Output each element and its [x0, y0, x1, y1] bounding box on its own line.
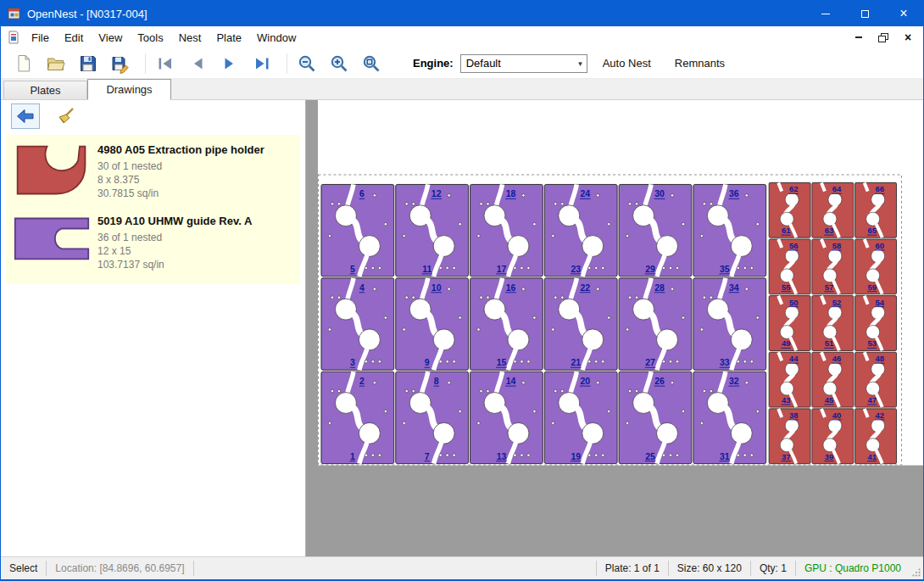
uhmw-guide-shape — [13, 214, 91, 262]
svg-text:33: 33 — [720, 358, 730, 367]
nest-cell-red-55-56[interactable]: 5655 — [769, 239, 810, 294]
close-button[interactable]: × — [884, 1, 923, 26]
app-icon — [8, 7, 21, 20]
engine-select[interactable]: Default ▾ — [460, 54, 587, 73]
last-plate-button[interactable] — [251, 53, 273, 75]
drawing-item-uhmw-guide[interactable]: 5019 A10 UHMW guide Rev. A 36 of 1 neste… — [6, 206, 300, 284]
first-plate-button[interactable] — [154, 53, 176, 75]
nest-cell-purple-5-6[interactable]: 65 — [321, 184, 394, 276]
drawing-item-extraction-pipe-holder[interactable]: 4980 A05 Extraction pipe holder 30 of 1 … — [6, 135, 300, 206]
svg-text:32: 32 — [729, 377, 739, 386]
menu-file[interactable]: File — [24, 28, 57, 47]
nest-view[interactable]: 6512111817242330293635431091615222128273… — [306, 100, 923, 556]
menu-nest[interactable]: Nest — [171, 28, 209, 47]
nest-cell-purple-3-4[interactable]: 43 — [321, 278, 394, 370]
nest-cell-red-53-54[interactable]: 5453 — [855, 296, 897, 351]
save-as-button[interactable] — [109, 53, 131, 75]
nest-cell-red-61-62[interactable]: 6261 — [769, 182, 810, 237]
nest-cell-red-47-48[interactable]: 4847 — [855, 352, 897, 407]
nest-cell-purple-19-20[interactable]: 2019 — [544, 372, 617, 463]
svg-text:17: 17 — [497, 265, 507, 274]
svg-text:13: 13 — [497, 452, 507, 461]
svg-text:21: 21 — [571, 358, 581, 367]
nest-cell-red-49-50[interactable]: 5049 — [769, 296, 810, 351]
status-separator — [193, 561, 194, 576]
mdi-minimize-icon — [855, 36, 862, 38]
status-bar: Select Location: [84.8696, 60.6957] Plat… — [1, 556, 923, 579]
engine-label: Engine: — [413, 57, 454, 70]
drawing-area: 103.7137 sq/in — [97, 258, 252, 271]
mdi-window-controls: × — [850, 30, 923, 45]
nest-canvas[interactable]: 6512111817242330293635431091615222128273… — [306, 100, 923, 556]
nest-cell-red-41-42[interactable]: 4241 — [855, 409, 897, 464]
svg-text:2: 2 — [359, 377, 365, 386]
svg-text:59: 59 — [867, 282, 877, 292]
nest-cell-red-63-64[interactable]: 6463 — [812, 182, 854, 237]
save-button[interactable] — [77, 53, 99, 75]
resize-grip[interactable] — [910, 557, 923, 579]
nest-cell-purple-27-28[interactable]: 2827 — [619, 278, 692, 370]
auto-nest-button[interactable]: Auto Nest — [594, 53, 660, 74]
titlebar[interactable]: OpenNest - [N0317-004] × — [1, 1, 923, 26]
app-window: OpenNest - [N0317-004] × File Edit View … — [0, 0, 924, 581]
maximize-button[interactable] — [845, 1, 884, 26]
nest-cell-red-43-44[interactable]: 4443 — [769, 352, 810, 407]
zoom-extents-button[interactable] — [360, 53, 382, 75]
nest-cell-red-37-38[interactable]: 3837 — [769, 409, 810, 464]
svg-text:51: 51 — [825, 338, 834, 348]
nest-cell-purple-13-14[interactable]: 1413 — [470, 372, 543, 463]
left-arrow-icon — [15, 106, 36, 126]
window-title: OpenNest - [N0317-004] — [27, 8, 806, 20]
mdi-restore-button[interactable] — [875, 30, 892, 45]
nest-cell-purple-15-16[interactable]: 1615 — [470, 278, 543, 370]
drawing-nested-count: 36 of 1 nested — [97, 231, 252, 244]
svg-text:4: 4 — [359, 283, 365, 293]
nest-cell-purple-1-2[interactable]: 21 — [321, 372, 394, 463]
nest-cell-red-51-52[interactable]: 5251 — [812, 296, 854, 351]
remnants-button[interactable]: Remnants — [666, 53, 733, 74]
menu-tools[interactable]: Tools — [130, 28, 170, 47]
nest-cell-purple-9-10[interactable]: 109 — [396, 278, 469, 370]
previous-icon — [187, 53, 208, 74]
nest-cell-red-59-60[interactable]: 6059 — [855, 239, 897, 294]
minimize-button[interactable] — [806, 1, 845, 26]
mdi-minimize-button[interactable] — [850, 30, 867, 45]
nest-cell-red-39-40[interactable]: 4039 — [812, 409, 854, 464]
nest-cell-purple-31-32[interactable]: 3231 — [693, 372, 766, 463]
menu-edit[interactable]: Edit — [57, 28, 91, 47]
menu-window[interactable]: Window — [249, 28, 303, 47]
nest-cell-purple-29-30[interactable]: 3029 — [619, 184, 692, 276]
tab-drawings[interactable]: Drawings — [87, 79, 171, 100]
svg-text:55: 55 — [782, 282, 791, 292]
document-icon[interactable] — [7, 31, 20, 44]
nest-cell-purple-33-34[interactable]: 3433 — [693, 278, 766, 370]
zoom-out-button[interactable] — [296, 53, 318, 75]
svg-text:58: 58 — [832, 241, 842, 250]
svg-text:53: 53 — [867, 338, 877, 348]
svg-text:22: 22 — [580, 283, 590, 293]
nest-cell-purple-23-24[interactable]: 2423 — [544, 184, 617, 276]
previous-plate-button[interactable] — [186, 53, 209, 75]
clear-drawings-button[interactable] — [52, 103, 81, 129]
nest-cell-purple-35-36[interactable]: 3635 — [693, 184, 766, 276]
nest-cell-purple-7-8[interactable]: 87 — [396, 372, 469, 463]
menu-view[interactable]: View — [91, 28, 130, 47]
open-file-button[interactable] — [45, 53, 67, 75]
new-file-button[interactable] — [13, 53, 35, 75]
tab-plates[interactable]: Plates — [3, 81, 87, 99]
nest-cell-purple-17-18[interactable]: 1817 — [470, 184, 543, 276]
nest-cell-red-45-46[interactable]: 4645 — [812, 352, 854, 407]
nest-cell-purple-25-26[interactable]: 2625 — [619, 372, 692, 463]
mdi-close-button[interactable]: × — [899, 30, 916, 45]
nest-cell-red-65-66[interactable]: 6665 — [855, 182, 897, 237]
nest-cell-purple-21-22[interactable]: 2221 — [544, 278, 617, 370]
nest-cell-purple-11-12[interactable]: 1211 — [396, 184, 469, 276]
menu-plate[interactable]: Plate — [209, 28, 249, 47]
zoom-in-button[interactable] — [328, 53, 350, 75]
svg-text:65: 65 — [867, 226, 877, 235]
svg-text:31: 31 — [720, 452, 730, 461]
send-to-nest-button[interactable] — [11, 103, 40, 129]
next-plate-button[interactable] — [219, 53, 241, 75]
menu-bar: File Edit View Tools Nest Plate Window × — [1, 26, 923, 48]
nest-cell-red-57-58[interactable]: 5857 — [812, 239, 854, 294]
